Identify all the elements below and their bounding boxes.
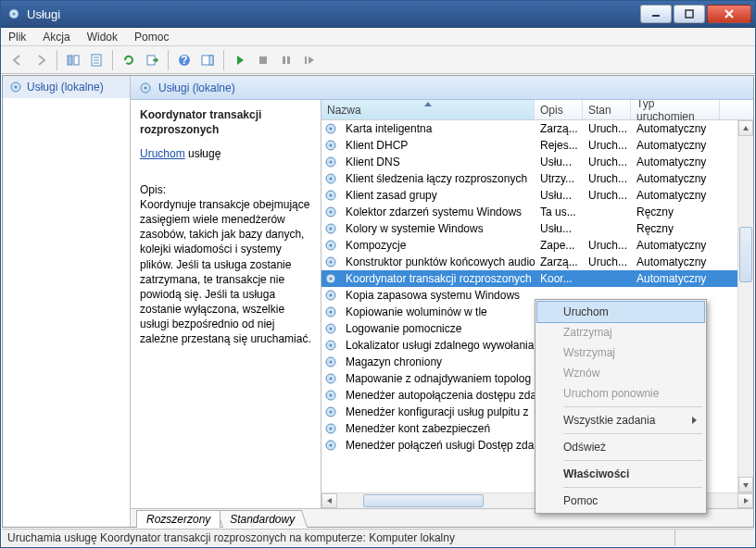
service-name: Kompozycje [340,239,535,252]
restart-service-button[interactable] [298,49,321,71]
vertical-scrollbar[interactable] [737,120,753,492]
service-desc: Utrzy... [535,172,583,185]
service-desc: Usłu... [535,189,583,202]
svg-point-40 [330,244,333,247]
back-button[interactable] [6,49,29,71]
service-name: Menedżer autopołączenia dostępu zda [340,389,535,402]
properties-button[interactable] [85,49,107,71]
svg-point-60 [330,411,333,414]
export-button[interactable] [141,49,163,71]
ctx-start[interactable]: Uruchom [537,302,704,322]
toolbar: ? [1,46,755,74]
ctx-properties[interactable]: Właściwości [537,464,704,484]
tab-standard[interactable]: Standardowy [217,510,308,528]
ctx-help[interactable]: Pomoc [537,491,704,511]
column-headers: Nazwa Opis Stan Typ uruchomien [321,100,753,120]
svg-point-56 [330,378,333,380]
refresh-button[interactable] [118,49,140,71]
show-hide-tree-button[interactable] [62,49,84,71]
service-row[interactable]: Klient DHCPRejes...Uruch...Automatyczny [321,137,753,154]
service-row[interactable]: Klient zasad grupyUsłu...Uruch...Automat… [321,187,753,204]
svg-point-28 [330,144,333,147]
scroll-right-button[interactable] [737,493,753,508]
ctx-all-tasks[interactable]: Wszystkie zadania [537,410,704,430]
service-desc: Zarzą... [535,255,583,268]
service-startup: Ręczny [631,206,720,218]
gear-icon [321,255,340,269]
scroll-left-button[interactable] [321,493,337,508]
ctx-stop[interactable]: Zatrzymaj [537,322,704,342]
service-desc: Usłu... [535,156,583,168]
column-desc[interactable]: Opis [535,100,583,119]
svg-point-38 [330,228,333,230]
column-startup[interactable]: Typ uruchomien [631,100,720,119]
ctx-restart[interactable]: Uruchom ponownie [537,383,704,404]
svg-point-26 [330,128,333,131]
close-button[interactable] [707,5,751,23]
nav-item-local-services[interactable]: Usługi (lokalne) [3,76,130,98]
service-row[interactable]: Kolory w systemie WindowsUsłu...Ręczny [321,220,753,237]
svg-rect-7 [74,56,79,65]
gear-icon [321,405,340,419]
gear-icon [321,121,340,136]
gear-icon [321,421,340,436]
svg-rect-3 [686,10,693,18]
maximize-button[interactable] [674,5,705,23]
app-icon [6,6,21,21]
column-state[interactable]: Stan [583,100,631,119]
gear-icon [321,221,340,236]
menu-action[interactable]: Akcja [41,30,71,44]
scroll-track[interactable] [738,136,753,477]
ctx-resume[interactable]: Wznów [537,363,704,383]
service-row[interactable]: KompozycjeZape...Uruch...Automatyczny [321,237,753,254]
action-pane-button[interactable] [196,49,219,71]
status-segment [674,529,749,546]
column-name[interactable]: Nazwa [321,100,535,119]
scroll-down-button[interactable] [738,477,753,492]
svg-point-62 [330,428,333,430]
ctx-refresh[interactable]: Odśwież [537,437,704,457]
scroll-thumb[interactable] [739,227,752,282]
gear-icon [321,171,340,186]
help-button[interactable]: ? [173,49,195,71]
service-startup: Ręczny [631,222,720,235]
window-buttons [638,5,751,23]
start-service-link[interactable]: Uruchom [140,147,185,160]
gear-icon [321,188,340,203]
svg-point-48 [330,311,333,314]
service-row[interactable]: Konstruktor punktów końcowych audio s...… [321,254,753,270]
gear-icon [321,321,340,336]
pause-service-button[interactable] [275,49,297,71]
ctx-pause[interactable]: Wstrzymaj [537,342,704,363]
gear-icon [321,371,340,386]
menu-help[interactable]: Pomoc [132,30,170,44]
svg-rect-18 [283,56,285,64]
tab-extended[interactable]: Rozszerzony [136,510,220,528]
menu-file[interactable]: Plik [6,30,28,44]
status-text: Uruchamia usługę Koordynator transakcji … [7,531,455,544]
service-row[interactable]: Kolektor zdarzeń systemu WindowsTa us...… [321,204,753,220]
menu-view[interactable]: Widok [85,30,120,44]
details-pane: Koordynator transakcji rozproszonych Uru… [131,100,321,508]
service-name: Mapowanie z odnajdywaniem topolog [340,372,535,385]
service-row[interactable]: Klient śledzenia łączy rozproszonychUtrz… [321,170,753,187]
scroll-thumb[interactable] [363,494,484,507]
service-desc: Usłu... [535,222,583,235]
service-desc: Ta us... [535,206,583,218]
stop-service-button[interactable] [252,49,274,71]
service-state: Uruch... [583,239,631,252]
forward-button[interactable] [30,49,52,71]
service-row[interactable]: Klient DNSUsłu...Uruch...Automatyczny [321,154,753,170]
service-name: Klient DNS [340,156,535,168]
minimize-button[interactable] [640,5,672,23]
svg-rect-17 [259,56,267,64]
gear-icon [321,305,340,319]
scroll-up-button[interactable] [738,120,753,136]
svg-point-32 [330,178,333,181]
titlebar[interactable]: Usługi [1,1,755,28]
service-name: Karta inteligentna [340,122,535,135]
start-service-button[interactable] [229,49,251,71]
service-row[interactable]: Koordynator transakcji rozproszonychKoor… [321,270,753,287]
service-name: Kopia zapasowa systemu Windows [340,289,535,302]
service-row[interactable]: Karta inteligentnaZarzą...Uruch...Automa… [321,120,753,137]
